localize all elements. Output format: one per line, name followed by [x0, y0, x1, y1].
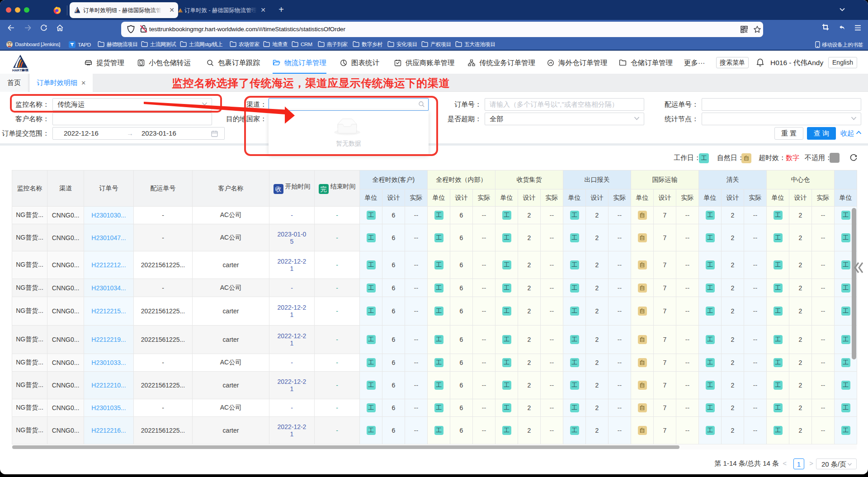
svg-text:HART赫德: HART赫德 [12, 68, 28, 72]
